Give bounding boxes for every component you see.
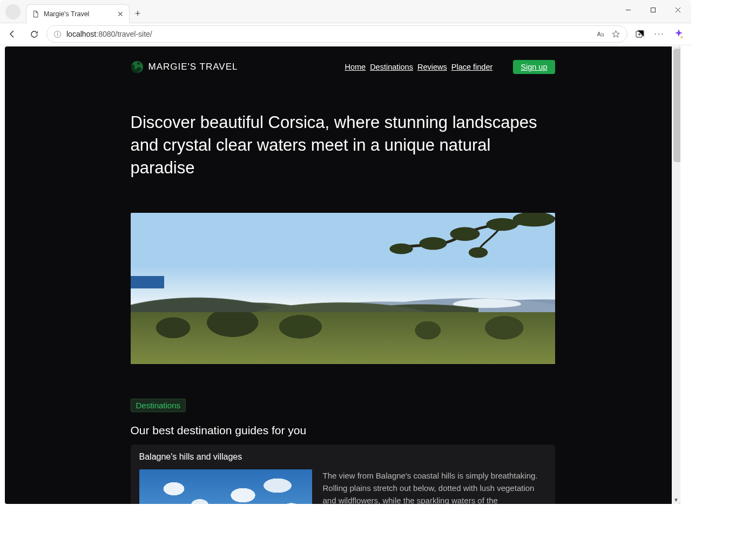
svg-point-11 bbox=[468, 247, 487, 258]
section-heading: Our best destination guides for you bbox=[131, 424, 555, 437]
nav-home[interactable]: Home bbox=[345, 63, 366, 71]
close-tab-icon[interactable]: ✕ bbox=[117, 10, 124, 18]
window-controls bbox=[616, 1, 690, 18]
hero-title: Discover beautiful Corsica, where stunni… bbox=[131, 111, 555, 179]
refresh-button[interactable] bbox=[25, 25, 43, 43]
svg-point-9 bbox=[419, 237, 447, 250]
url-text: localhost:8080/travel-site/ bbox=[66, 30, 152, 38]
scrollbar-thumb[interactable] bbox=[673, 49, 680, 162]
svg-rect-3 bbox=[57, 33, 57, 36]
minimize-icon[interactable] bbox=[616, 1, 640, 18]
page-viewport: MARGIE'S TRAVEL Home Destinations Review… bbox=[5, 46, 680, 504]
page-content: MARGIE'S TRAVEL Home Destinations Review… bbox=[131, 46, 555, 504]
site-header: MARGIE'S TRAVEL Home Destinations Review… bbox=[131, 56, 555, 78]
brand-name: MARGIE'S TRAVEL bbox=[148, 62, 238, 72]
svg-point-2 bbox=[57, 32, 58, 33]
tab-title: Margie's Travel bbox=[44, 10, 89, 18]
address-bar[interactable]: localhost:8080/travel-site/ A)) bbox=[46, 25, 627, 43]
browser-window: Margie's Travel ✕ + localhost:8080/trave… bbox=[0, 0, 691, 509]
card-image bbox=[139, 469, 312, 504]
nav-place-finder[interactable]: Place finder bbox=[451, 63, 493, 71]
nav-destinations[interactable]: Destinations bbox=[370, 63, 413, 71]
menu-icon[interactable]: ··· bbox=[650, 25, 669, 43]
vertical-scrollbar[interactable]: ▼ bbox=[672, 46, 680, 504]
scroll-down-icon[interactable]: ▼ bbox=[672, 495, 680, 504]
document-icon bbox=[32, 10, 39, 18]
favorite-icon[interactable] bbox=[610, 30, 622, 39]
svg-point-10 bbox=[389, 243, 413, 254]
svg-point-7 bbox=[486, 218, 518, 231]
profile-icon[interactable] bbox=[5, 4, 21, 19]
read-aloud-icon[interactable]: A)) bbox=[595, 31, 606, 37]
primary-nav: Home Destinations Reviews Place finder S… bbox=[345, 60, 555, 74]
site-info-icon[interactable] bbox=[52, 29, 62, 39]
toolbar-right: ··· bbox=[631, 25, 688, 43]
browser-toolbar: localhost:8080/travel-site/ A)) ··· bbox=[0, 23, 691, 45]
svg-point-8 bbox=[450, 227, 480, 240]
card-text: The view from Balagne's coastal hills is… bbox=[323, 469, 546, 504]
section-badge: Destinations bbox=[131, 399, 186, 412]
browser-titlebar: Margie's Travel ✕ + bbox=[0, 0, 691, 23]
signup-button[interactable]: Sign up bbox=[513, 60, 555, 74]
address-bar-actions: A)) bbox=[595, 30, 622, 39]
collections-icon[interactable] bbox=[631, 25, 649, 43]
destination-card[interactable]: Balagne's hills and villages The view fr… bbox=[131, 445, 555, 504]
maximize-icon[interactable] bbox=[640, 1, 665, 18]
card-title: Balagne's hills and villages bbox=[139, 452, 546, 462]
svg-rect-0 bbox=[651, 8, 655, 12]
hero-image bbox=[131, 213, 555, 364]
new-tab-button[interactable]: + bbox=[130, 5, 146, 22]
nav-reviews[interactable]: Reviews bbox=[417, 63, 447, 71]
back-button[interactable] bbox=[3, 25, 22, 43]
copilot-icon[interactable] bbox=[670, 25, 688, 43]
close-window-icon[interactable] bbox=[665, 1, 690, 18]
browser-tab[interactable]: Margie's Travel ✕ bbox=[26, 4, 130, 23]
globe-icon bbox=[131, 60, 144, 73]
